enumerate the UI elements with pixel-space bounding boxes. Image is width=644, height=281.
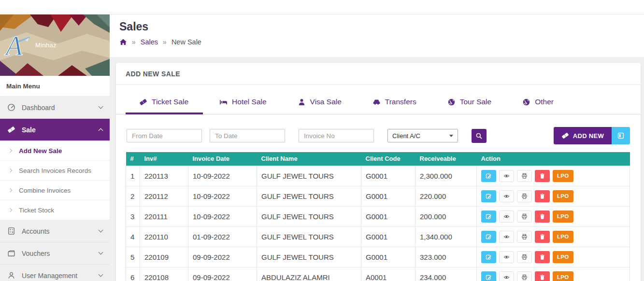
print-button[interactable] (517, 251, 532, 263)
edit-button[interactable] (481, 271, 496, 281)
view-button[interactable] (499, 231, 514, 243)
delete-button[interactable] (535, 170, 550, 182)
search-button[interactable] (472, 129, 487, 143)
tab-label: Ticket Sale (152, 98, 188, 106)
tab-hotel-sale[interactable]: Hotel Sale (219, 89, 267, 114)
edit-button[interactable] (481, 190, 496, 202)
view-button[interactable] (499, 190, 514, 202)
wallet-icon (7, 249, 15, 257)
col-header-inv[interactable]: Inv# (140, 152, 188, 166)
breadcrumb-sales-link[interactable]: Sales (141, 38, 158, 46)
column-visibility-button[interactable] (612, 127, 630, 144)
delete-button[interactable] (535, 251, 550, 263)
tab-visa-sale[interactable]: Visa Sale (298, 89, 342, 114)
sidebar-item-ticket-stock[interactable]: Ticket Stock (0, 200, 110, 220)
lpo-button[interactable]: LPO (553, 251, 573, 263)
printer-icon (521, 234, 528, 240)
print-button[interactable] (517, 231, 532, 243)
col-header-num[interactable]: # (126, 152, 140, 166)
table-row: 2 220112 10-09-2022 GULF JEWEL TOURS G00… (126, 186, 630, 206)
lpo-button[interactable]: LPO (553, 211, 573, 223)
breadcrumb-current: New Sale (172, 38, 201, 46)
edit-button[interactable] (481, 231, 496, 243)
client-ac-select[interactable]: Client A/C (387, 129, 458, 142)
client-code: G0001 (361, 206, 415, 226)
eye-icon (503, 193, 510, 199)
edit-button[interactable] (481, 170, 496, 182)
print-button[interactable] (517, 211, 532, 223)
client-name: GULF JEWEL TOURS (257, 206, 361, 226)
add-new-button[interactable]: ADD NEW (554, 127, 612, 144)
tab-label: Tour Sale (460, 98, 491, 106)
sidebar-item-add-new-sale[interactable]: Add New Sale (0, 141, 110, 161)
action-cell: LPO (477, 267, 630, 281)
delete-button[interactable] (535, 190, 550, 202)
col-header-receiveable[interactable]: Receiveable (415, 152, 477, 166)
chevron-down-icon (99, 250, 103, 255)
edit-button[interactable] (481, 251, 496, 263)
receivable-amount: 234.000 (415, 267, 477, 281)
sidebar-item-vouchers[interactable]: Vouchers (0, 242, 110, 265)
to-date-input[interactable] (210, 129, 285, 142)
table-row: 5 220109 09-09-2022 GULF JEWEL TOURS G00… (126, 247, 630, 267)
view-button[interactable] (499, 251, 514, 263)
client-name: GULF JEWEL TOURS (257, 226, 361, 247)
trash-icon (539, 254, 545, 260)
lpo-button[interactable]: LPO (553, 170, 573, 182)
trash-icon (539, 234, 545, 240)
receivable-amount: 1,340.000 (415, 226, 477, 247)
delete-button[interactable] (535, 211, 550, 223)
print-button[interactable] (517, 190, 532, 202)
col-header-invoice-date[interactable]: Invoice Date (188, 152, 257, 166)
tab-transfers[interactable]: Transfers (372, 89, 416, 114)
lpo-button[interactable]: LPO (553, 190, 573, 202)
eye-icon (503, 274, 510, 281)
tab-tour-sale[interactable]: Tour Sale (447, 89, 491, 114)
row-number: 6 (126, 267, 140, 281)
table-row: 4 220110 01-09-2022 GULF JEWEL TOURS G00… (126, 226, 630, 247)
print-button[interactable] (517, 271, 532, 281)
view-button[interactable] (499, 170, 514, 182)
sidebar-item-search-invoices-records[interactable]: Search Invoices Records (0, 161, 110, 181)
ticket-icon (7, 126, 15, 134)
table-row: 3 220111 10-09-2022 GULF JEWEL TOURS G00… (126, 206, 630, 226)
invoice-date: 10-09-2022 (188, 166, 257, 186)
col-header-client-name[interactable]: Client Name (257, 152, 361, 166)
col-header-client-code[interactable]: Client Code (361, 152, 415, 166)
svg-text:A: A (4, 31, 23, 61)
tab-other[interactable]: Other (522, 89, 554, 114)
lpo-button[interactable]: LPO (553, 231, 573, 243)
chevron-down-icon (99, 104, 103, 109)
invoice-number: 220110 (140, 226, 188, 247)
lpo-button[interactable]: LPO (553, 271, 573, 281)
print-button[interactable] (517, 170, 532, 182)
sidebar-item-accounts[interactable]: Accounts (0, 220, 110, 242)
table-row: 6 220108 09-09-2022 ABDULAZIZ ALAMRI A00… (126, 267, 630, 281)
action-cell: LPO (477, 247, 630, 267)
edit-button[interactable] (481, 211, 496, 223)
invoice-no-input[interactable] (299, 129, 374, 142)
chevron-right-icon (8, 208, 12, 212)
invoice-date: 01-09-2022 (188, 226, 257, 247)
app-window: A Minhaz Main Menu Dashboard Sale Add Ne… (0, 0, 644, 281)
sidebar-item-sale[interactable]: Sale (0, 119, 110, 141)
sidebar-item-user-management[interactable]: User Management (0, 265, 110, 281)
printer-icon (521, 193, 528, 199)
delete-button[interactable] (535, 271, 550, 281)
eye-icon (503, 234, 510, 240)
home-icon[interactable] (119, 38, 127, 46)
delete-button[interactable] (535, 231, 550, 243)
view-button[interactable] (499, 271, 514, 281)
invoice-number: 220113 (140, 166, 188, 186)
action-cell: LPO (477, 226, 630, 247)
sidebar-section-label: Main Menu (0, 76, 110, 97)
user-icon (7, 271, 15, 280)
action-cell: LPO (477, 186, 630, 206)
brand-logo[interactable]: A Minhaz (0, 14, 110, 76)
sidebar-item-combine-invoices[interactable]: Combine Invoices (0, 181, 110, 200)
tab-ticket-sale[interactable]: Ticket Sale (139, 89, 188, 114)
from-date-input[interactable] (127, 129, 202, 142)
sidebar-item-dashboard[interactable]: Dashboard (0, 97, 110, 119)
search-icon (475, 132, 483, 140)
view-button[interactable] (499, 211, 514, 223)
